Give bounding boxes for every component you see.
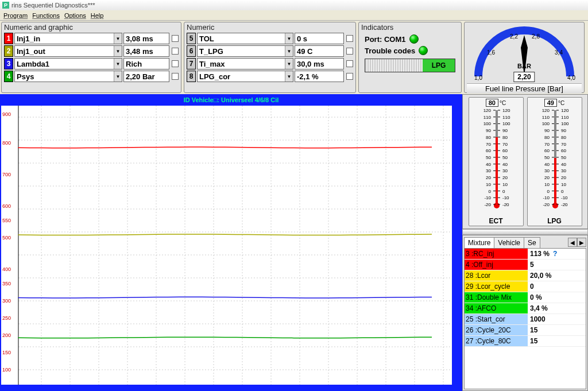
chevron-down-icon[interactable]: ▼	[114, 33, 122, 44]
tab-mixture[interactable]: Mixture	[464, 237, 494, 248]
param-select[interactable]: LPG_cor▼	[197, 71, 293, 82]
gauge-value: 2,20	[513, 72, 535, 82]
port-label: Port: COM1	[365, 35, 406, 44]
param-value: 0 s	[295, 33, 344, 44]
svg-text:10: 10	[544, 182, 550, 187]
menu-program[interactable]: Program	[3, 12, 28, 19]
param-checkbox[interactable]	[346, 73, 353, 80]
param-select[interactable]: Inj1_in▼	[14, 33, 122, 44]
y-tick: 200	[2, 332, 11, 338]
mixture-name: 4 :Off_inj	[465, 260, 528, 270]
svg-text:1,6: 1,6	[487, 49, 495, 56]
y-tick: 400	[2, 266, 11, 272]
mixture-value: 113 %?	[528, 249, 586, 259]
trouble-label: Trouble codes	[365, 47, 415, 55]
svg-text:110: 110	[502, 115, 510, 120]
tab-scroll-right-icon[interactable]: ▶	[577, 238, 586, 247]
lpg-label: LPG	[547, 216, 562, 226]
param-select[interactable]: Inj1_out▼	[14, 45, 122, 57]
param-index: 4	[4, 71, 13, 82]
y-tick: 300	[2, 298, 11, 304]
param-value: Rich	[123, 58, 169, 69]
svg-text:-20: -20	[502, 202, 509, 207]
y-tick: 100	[2, 367, 11, 373]
param-index: 3	[4, 58, 13, 69]
y-tick: 500	[2, 235, 11, 241]
svg-text:110: 110	[561, 115, 569, 120]
svg-text:10: 10	[486, 182, 491, 187]
svg-text:80: 80	[486, 135, 491, 140]
svg-text:110: 110	[483, 115, 491, 120]
svg-text:1,0: 1,0	[474, 75, 482, 81]
chevron-down-icon[interactable]: ▼	[285, 71, 293, 82]
tab-settings[interactable]: Se	[524, 237, 540, 248]
chevron-down-icon[interactable]: ▼	[114, 46, 122, 56]
mixture-row[interactable]: 26 :Cycle_20C 15	[465, 325, 586, 336]
mixture-value: 15	[528, 325, 586, 335]
param-select[interactable]: Psys▼	[14, 71, 122, 82]
param-checkbox[interactable]	[172, 60, 179, 67]
menu-options[interactable]: Options	[64, 12, 86, 19]
param-checkbox[interactable]	[172, 48, 179, 55]
param-select[interactable]: T_LPG▼	[197, 45, 293, 57]
tab-vehicle[interactable]: Vehicle	[494, 237, 524, 248]
svg-text:40: 40	[544, 162, 550, 167]
panel-title: Indicators	[361, 23, 459, 32]
param-select[interactable]: Ti_max▼	[197, 58, 293, 69]
param-row: 5 TOL▼ 0 s	[187, 32, 353, 45]
gauge-caption: Fuel line Pressure [Bar]	[467, 83, 582, 94]
mode-bar	[365, 59, 423, 72]
mixture-row[interactable]: 28 :Lcor 20,0 %	[465, 270, 586, 281]
chevron-down-icon[interactable]: ▼	[114, 71, 122, 82]
svg-text:100: 100	[502, 121, 510, 126]
mixture-row[interactable]: 25 :Start_cor 1000	[465, 314, 586, 325]
tab-scroll-left-icon[interactable]: ◀	[568, 238, 577, 247]
mixture-row[interactable]: 34 :AFCO 3,4 %	[465, 303, 586, 314]
mixture-row[interactable]: 29 :Lcor_cycle 0	[465, 281, 586, 292]
help-icon[interactable]: ?	[553, 250, 557, 258]
param-checkbox[interactable]	[346, 35, 353, 42]
gauge-unit: BAR	[517, 63, 531, 69]
port-led-icon	[409, 34, 419, 44]
y-tick: 350	[2, 281, 11, 287]
svg-text:30: 30	[561, 168, 566, 173]
chevron-down-icon[interactable]: ▼	[114, 59, 122, 69]
numeric-panel: Numeric 5 TOL▼ 0 s 6 T_LPG▼ 49 C 7 Ti_ma…	[184, 22, 356, 93]
lpg-value: 49	[544, 99, 557, 107]
mixture-row[interactable]: 3 :RC_inj 113 %?	[465, 249, 586, 260]
ect-value: 80	[486, 99, 498, 107]
svg-text:30: 30	[502, 168, 508, 173]
mixture-row[interactable]: 27 :Cycle_80C 15	[465, 336, 586, 347]
svg-text:60: 60	[561, 148, 566, 153]
param-checkbox[interactable]	[346, 60, 353, 67]
param-checkbox[interactable]	[346, 48, 353, 55]
param-checkbox[interactable]	[172, 35, 179, 42]
line-chart: 900800700600550500400350300250200150100	[1, 106, 452, 385]
param-row: 6 T_LPG▼ 49 C	[187, 45, 353, 57]
param-select[interactable]: Lambda1▼	[14, 58, 122, 69]
svg-text:110: 110	[541, 115, 550, 120]
mode-label: LPG	[423, 59, 455, 72]
y-tick: 150	[2, 350, 11, 355]
chevron-down-icon[interactable]: ▼	[285, 46, 293, 56]
svg-text:3,4: 3,4	[555, 49, 563, 56]
svg-text:80: 80	[544, 135, 550, 140]
mixture-row[interactable]: 31 :Double Mix 0 %	[465, 292, 586, 303]
svg-text:20: 20	[561, 175, 566, 180]
svg-text:0: 0	[547, 189, 550, 194]
svg-text:70: 70	[502, 142, 508, 147]
mixture-value: 3,4 %	[528, 303, 586, 313]
y-tick: 800	[2, 140, 11, 146]
param-checkbox[interactable]	[172, 73, 179, 80]
ect-unit: °C	[500, 100, 506, 106]
mixture-row[interactable]: 4 :Off_inj 5	[465, 260, 586, 270]
chevron-down-icon[interactable]: ▼	[285, 33, 293, 44]
param-row: 2 Inj1_out▼ 3,48 ms	[4, 45, 179, 57]
svg-text:20: 20	[544, 175, 550, 180]
menu-help[interactable]: Help	[91, 12, 104, 19]
menu-functions[interactable]: Functions	[32, 12, 60, 19]
lpg-thermometer: 49 °C 1201201101101001009090808070706060…	[527, 97, 582, 226]
chevron-down-icon[interactable]: ▼	[285, 59, 293, 69]
param-select[interactable]: TOL▼	[197, 33, 293, 44]
mixture-value: 20,0 %	[528, 270, 586, 281]
